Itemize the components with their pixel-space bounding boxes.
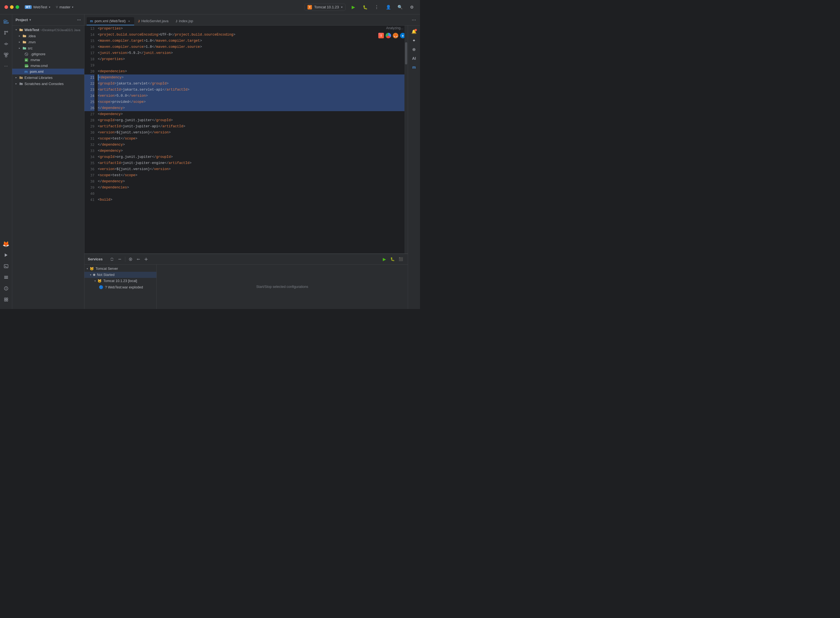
svg-rect-20 [6, 300, 8, 301]
vertical-scrollbar[interactable] [404, 25, 408, 253]
filter-button[interactable] [127, 256, 134, 263]
tree-item-mvnw-cmd[interactable]: cmd mvnw.cmd [12, 63, 84, 68]
tab-label: index.jsp [179, 19, 193, 23]
tree-item-idea[interactable]: ▸ .idea [12, 33, 84, 39]
run-config-selector[interactable]: T Tomcat 10.1.23 ▾ [304, 4, 346, 11]
avatar-icon[interactable]: 🦊 [1, 239, 11, 249]
mvnw-icon: m [24, 58, 28, 62]
panel-header: Project ▾ ⋯ [12, 15, 84, 25]
code-line: </properties> [98, 56, 404, 62]
editor-content[interactable]: 1314151617181920212223242526272829303132… [85, 25, 408, 253]
svg-rect-7 [6, 53, 8, 55]
tree-item-mvnw[interactable]: m mvnw [12, 57, 84, 63]
services-item-webtest-war[interactable]: 🔵 ? WebTest:war exploded [85, 284, 156, 290]
project-name-label: WebTest [33, 5, 47, 9]
folder-icon [22, 46, 27, 50]
gitignore-icon [24, 52, 28, 56]
tree-item-mvn[interactable]: ▸ .mvn [12, 39, 84, 45]
svg-marker-9 [5, 253, 7, 257]
collapse-all-button[interactable] [116, 256, 123, 263]
branch-selector[interactable]: ⑂ master ▾ [56, 5, 73, 9]
sidebar-icon-project[interactable] [1, 17, 11, 27]
firefox-icon[interactable]: 🦊 [393, 33, 398, 39]
services-run-button[interactable]: ▶ [381, 256, 388, 263]
expand-arrow: ▸ [18, 40, 21, 44]
services-item-tomcat-server[interactable]: ▾ 🐱 Tomcat Server [85, 266, 156, 272]
tree-item-pom-xml[interactable]: m pom.xml [12, 68, 84, 74]
tab-pom-xml[interactable]: m pom.xml (WebTest) × [87, 17, 134, 25]
tab-overflow-button[interactable]: ⋯ [410, 16, 418, 24]
m-right-icon[interactable]: m [410, 63, 418, 71]
line-number: 18 [85, 56, 95, 62]
line-number: 14 [85, 32, 95, 38]
services-item-label: ? WebTest:war exploded [105, 285, 143, 289]
tree-item-label: WebTest ~/Desktop/CS/JavaEE/1 Java [24, 28, 80, 32]
plugins-icon[interactable] [1, 294, 11, 305]
maximize-button[interactable] [16, 5, 19, 9]
tree-item-scratches[interactable]: ▸ Scratches and Consoles [12, 80, 84, 87]
sidebar-icon-commit[interactable] [1, 39, 11, 49]
code-line: <version>${junit.version}</version> [98, 166, 404, 172]
scratches-icon [19, 82, 23, 86]
sidebar-icon-git[interactable] [1, 28, 11, 38]
debug-button[interactable]: 🐛 [361, 3, 369, 11]
project-title[interactable]: WT WebTest ▾ [25, 5, 50, 9]
close-button[interactable] [4, 5, 8, 9]
sidebar-icon-structure[interactable] [1, 50, 11, 60]
sidebar-icon-more[interactable]: ··· [1, 61, 11, 71]
settings-button[interactable]: ⚙ [408, 3, 416, 11]
notifications-button[interactable]: 🔔 ! [410, 28, 418, 36]
git-bottom-icon[interactable] [1, 272, 11, 282]
panel-more-button[interactable]: ⋯ [77, 18, 81, 22]
tree-item-gitignore[interactable]: .gitignore [12, 51, 84, 57]
tab-helloservlet[interactable]: J HelloServlet.java [135, 17, 172, 25]
panel-title: Project [16, 18, 28, 22]
file-tree: ▾ WebTest ~/Desktop/CS/JavaEE/1 Java ▸ .… [12, 25, 84, 309]
tab-close-button[interactable]: × [127, 19, 131, 23]
folder-icon [22, 40, 27, 44]
problems-icon[interactable] [1, 284, 11, 293]
search-button[interactable]: 🔍 [396, 3, 404, 11]
intellij-icon[interactable]: I [378, 33, 384, 39]
services-item-label: Not Started [97, 273, 114, 277]
expand-arrow-icon: ▾ [95, 279, 96, 282]
status-dot-icon [93, 274, 95, 276]
copilot-button[interactable]: ⊕ [410, 46, 418, 53]
svg-rect-13 [4, 278, 8, 279]
expand-all-button[interactable] [108, 256, 116, 263]
tree-item-external-libs[interactable]: ▸ External Libraries [12, 74, 84, 80]
run-panel-icon[interactable] [1, 250, 11, 260]
code-line: <artifactId>junit-jupiter-api</artifactI… [98, 123, 404, 129]
line-number: 25 [85, 99, 95, 105]
services-debug-button[interactable]: 🐛 [389, 256, 396, 263]
filter2-button[interactable] [135, 256, 142, 263]
services-item-tomcat-local[interactable]: ▾ 🐱 Tomcat 10.1.23 [local] [85, 278, 156, 284]
code-line: <junit.version>5.9.2</junit.version> [98, 50, 404, 56]
services-stop-button[interactable]: ⬛ [397, 256, 404, 263]
services-item-label: Tomcat Server [95, 267, 118, 270]
services-item-not-started[interactable]: ▾ Not Started [85, 272, 156, 278]
titlebar: WT WebTest ▾ ⑂ master ▾ T Tomcat 10.1.23… [0, 0, 420, 15]
ai-assistant-button[interactable]: ✦ [410, 37, 418, 45]
tree-item-src[interactable]: ▸ src [12, 45, 84, 51]
svg-rect-8 [5, 56, 7, 57]
account-button[interactable]: 👤 [384, 3, 392, 11]
chrome-icon[interactable] [386, 33, 391, 39]
more-button[interactable]: ⋮ [373, 3, 381, 11]
analyzing-label: Analyzing... [386, 26, 403, 30]
tree-item-label: External Libraries [24, 76, 52, 80]
tomcat-local-icon: 🐱 [98, 279, 102, 283]
tab-index-jsp[interactable]: J index.jsp [172, 17, 197, 25]
jetbrains-ai-button[interactable]: AI [410, 55, 418, 62]
add-button[interactable] [142, 256, 150, 263]
run-button[interactable]: ▶ [349, 3, 357, 11]
run-config-label: Tomcat 10.1.23 [314, 5, 339, 9]
code-area[interactable]: <properties> <project.build.sourceEncodi… [96, 25, 404, 253]
minimize-button[interactable] [10, 5, 13, 9]
scrollbar-thumb[interactable] [405, 42, 407, 64]
browser-icons: I 🦊 e [378, 33, 405, 39]
bottom-panel: Services [85, 253, 408, 309]
project-chevron-icon: ▾ [49, 6, 50, 9]
tree-item-webtest[interactable]: ▾ WebTest ~/Desktop/CS/JavaEE/1 Java [12, 27, 84, 33]
terminal-icon[interactable] [1, 261, 11, 271]
